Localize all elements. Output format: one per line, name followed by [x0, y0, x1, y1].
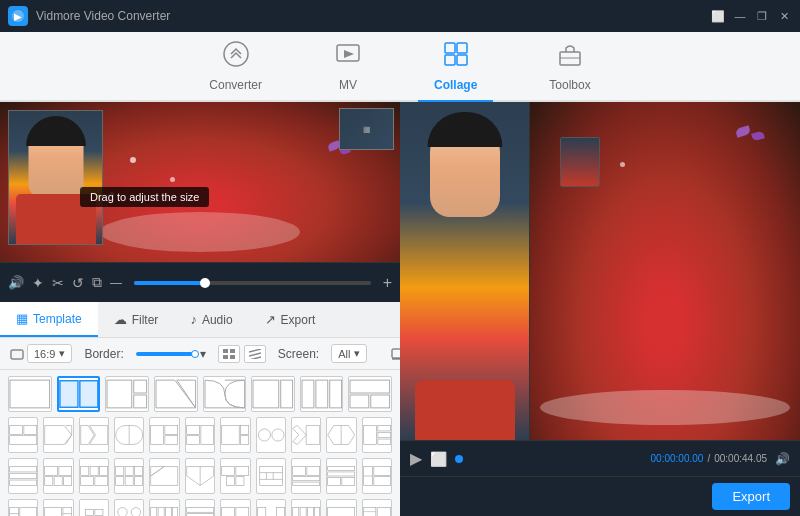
svg-rect-32 [329, 380, 341, 408]
border-grid-btn[interactable] [218, 345, 240, 363]
svg-rect-55 [377, 432, 390, 437]
template-29[interactable] [326, 458, 356, 494]
template-11[interactable] [79, 417, 109, 453]
svg-rect-91 [293, 482, 320, 485]
export-bar: Export [400, 476, 800, 516]
right-volume-icon[interactable]: 🔊 [775, 452, 790, 466]
svg-rect-68 [80, 477, 93, 486]
template-36[interactable] [185, 499, 215, 516]
svg-rect-99 [373, 477, 390, 486]
left-preview[interactable]: ▦ Drag to adjust the size [0, 102, 400, 262]
tab-audio[interactable]: ♪ Audio [174, 302, 248, 337]
tab-filter[interactable]: ☁ Filter [98, 302, 175, 337]
svg-rect-135 [314, 508, 319, 516]
template-16[interactable] [256, 417, 286, 453]
template-9[interactable] [8, 417, 38, 453]
progress-bar[interactable] [134, 281, 371, 285]
template-33[interactable] [79, 499, 109, 516]
tab-export[interactable]: ↗ Export [249, 302, 332, 337]
close-button[interactable]: ✕ [776, 8, 792, 24]
svg-rect-13 [223, 355, 228, 359]
template-28[interactable] [291, 458, 321, 494]
undo-button[interactable]: ↺ [72, 275, 84, 291]
template-15[interactable] [220, 417, 250, 453]
template-4[interactable] [154, 376, 198, 412]
nav-toolbox[interactable]: Toolbox [533, 32, 606, 100]
template-17[interactable] [291, 417, 321, 453]
minimize-button[interactable]: ⬜ [710, 8, 726, 24]
template-39[interactable] [291, 499, 321, 516]
template-1[interactable] [8, 376, 52, 412]
svg-marker-26 [156, 380, 196, 408]
copy-button[interactable]: ⧉ [92, 274, 102, 291]
template-21[interactable] [43, 458, 73, 494]
right-progress-indicator [455, 455, 463, 463]
template-35[interactable] [149, 499, 179, 516]
tab-template[interactable]: ▦ Template [0, 302, 98, 337]
template-22[interactable] [79, 458, 109, 494]
template-12[interactable] [114, 417, 144, 453]
template-3[interactable] [105, 376, 149, 412]
template-31[interactable] [8, 499, 38, 516]
nav-converter[interactable]: Converter [193, 32, 278, 100]
right-play-button[interactable]: ▶ [410, 449, 422, 468]
template-20[interactable] [8, 458, 38, 494]
restore-button[interactable]: ❐ [754, 8, 770, 24]
nav-collage[interactable]: Collage [418, 32, 493, 102]
template-24[interactable] [149, 458, 179, 494]
svg-rect-28 [253, 380, 279, 408]
effects-button[interactable]: ✦ [32, 275, 44, 291]
svg-rect-36 [10, 426, 23, 435]
template-2[interactable] [57, 376, 101, 412]
right-preview[interactable] [400, 102, 800, 440]
svg-rect-5 [457, 43, 467, 53]
template-41[interactable] [362, 499, 392, 516]
template-6[interactable] [251, 376, 295, 412]
svg-rect-95 [342, 477, 355, 485]
template-18[interactable] [326, 417, 356, 453]
border-slider[interactable]: ▾ [136, 347, 206, 361]
template-38[interactable] [256, 499, 286, 516]
svg-rect-45 [186, 436, 199, 445]
svg-rect-117 [159, 508, 165, 516]
volume-button[interactable]: 🔊 [8, 275, 24, 290]
template-14[interactable] [185, 417, 215, 453]
template-19[interactable] [362, 417, 392, 453]
ratio-select[interactable]: 16:9 ▾ [27, 344, 72, 363]
template-25[interactable] [185, 458, 215, 494]
border-style-btn[interactable] [244, 345, 266, 363]
time-display: 00:00:00.00 / 00:00:44.05 [651, 453, 767, 464]
template-40[interactable] [326, 499, 356, 516]
template-10[interactable] [43, 417, 73, 453]
right-stop-button[interactable]: ⬜ [430, 451, 447, 467]
template-23[interactable] [114, 458, 144, 494]
ratio-value: 16:9 [34, 348, 55, 360]
svg-text:▶: ▶ [14, 11, 22, 22]
template-8[interactable] [348, 376, 392, 412]
export-button[interactable]: Export [712, 483, 790, 510]
border-dropdown[interactable]: ▾ [200, 347, 206, 361]
scissors-button[interactable]: ✂ [52, 275, 64, 291]
svg-rect-124 [222, 508, 235, 516]
template-5[interactable] [203, 376, 247, 412]
template-30[interactable] [362, 458, 392, 494]
svg-rect-62 [45, 477, 53, 486]
template-37[interactable] [220, 499, 250, 516]
template-26[interactable] [220, 458, 250, 494]
person-video-overlay[interactable] [8, 110, 103, 245]
svg-rect-118 [166, 508, 172, 516]
template-34[interactable] [114, 499, 144, 516]
converter-icon [222, 40, 250, 74]
template-32[interactable] [43, 499, 73, 516]
nav-mv[interactable]: MV [318, 32, 378, 100]
svg-rect-71 [125, 467, 133, 476]
svg-rect-25 [134, 395, 147, 408]
screen-select[interactable]: All ▾ [331, 344, 367, 363]
progress-plus[interactable]: + [383, 274, 392, 292]
maximize-button[interactable]: — [732, 8, 748, 24]
template-13[interactable] [149, 417, 179, 453]
svg-rect-21 [60, 381, 78, 408]
template-7[interactable] [300, 376, 344, 412]
template-27[interactable] [256, 458, 286, 494]
svg-rect-63 [54, 477, 62, 486]
